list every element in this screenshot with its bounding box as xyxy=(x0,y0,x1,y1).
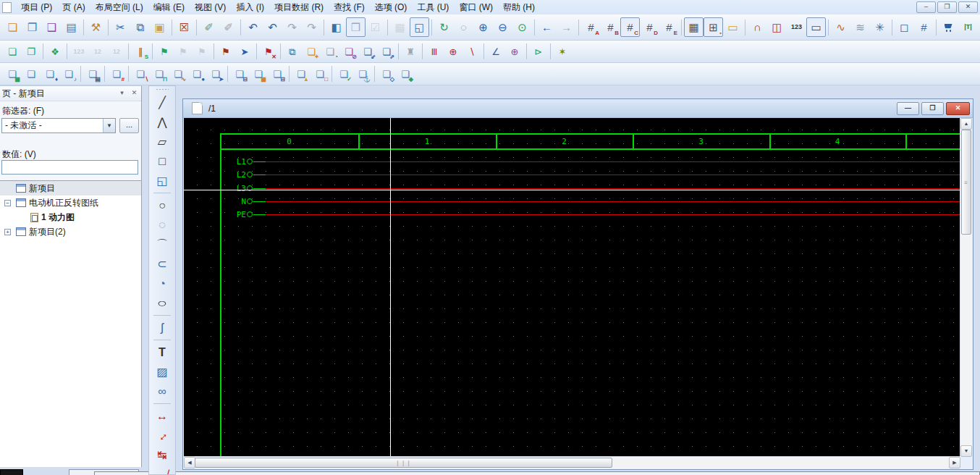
tree-item-2[interactable]: 1 动力图 xyxy=(0,210,141,224)
navigator-message-button[interactable]: ❏▲ xyxy=(292,65,311,83)
scroll-left-button[interactable]: ◀ xyxy=(184,457,195,468)
draw-arc-center-button[interactable]: ⌒ xyxy=(152,235,172,254)
draw-circle-button[interactable]: ○ xyxy=(152,196,172,215)
draw-circle-3point-button[interactable]: ◌ xyxy=(152,215,172,235)
insert-image-button[interactable]: ▨ xyxy=(152,362,172,382)
signal-tracing-button[interactable]: ∿ xyxy=(831,17,850,37)
goto-message-button[interactable]: ➤ xyxy=(235,43,254,61)
filter-dropdown[interactable]: - 未激活 - ▼ xyxy=(1,118,116,133)
navigator-device-button[interactable]: ❏▦ xyxy=(3,65,22,83)
grid-dialog-button[interactable]: ▦ xyxy=(390,17,410,37)
zoom-window-button[interactable]: ◌ xyxy=(454,17,473,37)
parts-selection-button[interactable] xyxy=(939,17,958,37)
magnet-button[interactable]: ∩ xyxy=(748,17,767,37)
redraw-button[interactable]: ↻ xyxy=(434,17,454,37)
navigator-cable-button[interactable]: ❏∿ xyxy=(169,65,187,83)
draw-ellipse-button[interactable]: ○ xyxy=(152,293,172,313)
panel-menu-button[interactable]: ▾ xyxy=(117,88,127,98)
open-page-button[interactable]: ❐ xyxy=(22,17,42,37)
export-page-button[interactable]: ❏⇗ xyxy=(377,43,396,61)
draw-arc-3point-button[interactable]: ⊂ xyxy=(152,254,172,274)
scroll-down-button[interactable]: ▼ xyxy=(960,445,972,457)
check-project-button[interactable]: ⚑ xyxy=(155,43,174,61)
menu-item-10[interactable]: 窗口 (W) xyxy=(454,1,498,13)
menu-item-2[interactable]: 布局空间 (L) xyxy=(90,1,148,13)
insert-t-node-button[interactable]: ||| xyxy=(425,43,444,61)
tree-item-3[interactable]: +新项目(2) xyxy=(0,224,141,239)
menu-item-0[interactable]: 项目 (P) xyxy=(16,1,57,13)
dim-aligned-button[interactable]: ↔ xyxy=(152,426,172,445)
scroll-right-button[interactable]: ▶ xyxy=(949,457,960,468)
navigator-fluid-button[interactable]: ❏● xyxy=(187,65,206,83)
workspace-button[interactable]: ◱ xyxy=(410,17,429,37)
check-settings-button[interactable]: ⚑ xyxy=(174,43,193,61)
draw-rectangle-2point-button[interactable]: ◱ xyxy=(152,171,172,190)
vertical-scroll-thumb[interactable]: ≡ xyxy=(961,130,971,235)
draw-polyline-button[interactable]: ⋀ xyxy=(152,112,172,132)
horizontal-scroll-thumb[interactable]: ❘❘❘ xyxy=(195,458,612,468)
insert-junction-button[interactable]: ⊕ xyxy=(505,43,524,61)
page-check-button[interactable]: ☑ xyxy=(366,17,385,37)
tree-expander-icon[interactable]: − xyxy=(4,200,11,206)
panel-close-button[interactable]: ✕ xyxy=(129,88,140,98)
insert-box-button[interactable]: ◻ xyxy=(895,17,914,37)
tree-item-1[interactable]: −电动机正反转图纸 xyxy=(0,196,141,210)
snap-grid-a-button[interactable]: #A xyxy=(581,17,601,37)
navigator-enclosure-button[interactable]: ❏▦ xyxy=(249,65,268,83)
draw-polygon-button[interactable]: ▱ xyxy=(152,132,172,151)
snap-grid-e-button[interactable]: #E xyxy=(659,17,679,37)
navigator-3d-layout-button[interactable]: ❏◆ xyxy=(396,65,415,83)
navigator-check-button[interactable]: ❏✓ xyxy=(334,65,353,83)
doc-close-button[interactable]: ✕ xyxy=(946,102,970,115)
draw-line-button[interactable]: ╱ xyxy=(152,93,172,112)
delete-selection-button[interactable]: ☒ xyxy=(174,17,194,37)
navigator-arrow-button[interactable]: ❏➤ xyxy=(206,65,225,83)
device-numbering-button[interactable]: ∥S xyxy=(131,43,150,61)
numbering-cables-button[interactable]: 12 xyxy=(107,43,126,61)
navigator-parts-button[interactable]: ❏⊟ xyxy=(230,65,249,83)
navigator-plug-button[interactable]: ❏♪ xyxy=(59,65,78,83)
forward-button[interactable]: → xyxy=(557,17,576,37)
horizontal-scrollbar[interactable]: ◀ ❘❘❘ ▶ xyxy=(184,456,960,468)
navigator-macro-button[interactable]: ❏⚓ xyxy=(353,65,372,83)
menu-item-8[interactable]: 选项 (O) xyxy=(370,1,413,13)
redo-list-button[interactable]: ↷ xyxy=(302,17,321,37)
navigator-pages-button[interactable]: ❏ xyxy=(22,65,41,83)
cut-button[interactable]: ✂ xyxy=(111,17,130,37)
paste-button[interactable]: ▣ xyxy=(150,17,169,37)
print-button[interactable]: ▤ xyxy=(62,17,81,37)
insert-break-point-button[interactable]: ∖ xyxy=(462,43,481,61)
close-project-button[interactable]: ❑ xyxy=(42,17,62,37)
snap-grid-c-button[interactable]: #C xyxy=(620,17,640,37)
format-copy-button[interactable]: ✐ xyxy=(199,17,219,37)
draw-sector-button[interactable]: ◔ xyxy=(152,274,172,293)
signal-flow-button[interactable]: ≋ xyxy=(850,17,870,37)
insert-text-button[interactable]: T xyxy=(152,342,172,362)
window-close-button[interactable]: ✕ xyxy=(958,1,978,13)
doc-minimize-button[interactable]: — xyxy=(897,102,919,115)
page-lock-button[interactable]: ❏⊘ xyxy=(339,43,358,61)
clear-messages-button[interactable]: ⚑✕ xyxy=(259,43,278,61)
insert-corner-button[interactable]: ∠ xyxy=(486,43,505,61)
menu-item-3[interactable]: 编辑 (E) xyxy=(148,1,190,13)
connection-symbols-button[interactable]: ✳ xyxy=(870,17,890,37)
tree-expander-icon[interactable]: + xyxy=(4,229,11,235)
dim-continued-button[interactable]: ↹ xyxy=(152,445,172,465)
insert-star-node-button[interactable]: ✶ xyxy=(553,43,572,61)
zoom-out-button[interactable]: ⊖ xyxy=(493,17,512,37)
new-page-2-button[interactable]: ❏✦ xyxy=(302,43,321,61)
snap-grid-b-button[interactable]: #B xyxy=(601,17,620,37)
check-run-button[interactable]: ⚑ xyxy=(193,43,211,61)
undo-list-button[interactable]: ↶ xyxy=(263,17,282,37)
settings-button[interactable]: ⚒ xyxy=(86,17,106,37)
page-list-button[interactable]: ❐ xyxy=(22,43,41,61)
redo-button[interactable]: ↷ xyxy=(282,17,302,37)
object-frame-button[interactable]: ▭ xyxy=(723,17,743,37)
window-preview-button[interactable]: ❒ xyxy=(346,17,366,37)
tile-windows-button[interactable]: ◧ xyxy=(326,17,346,37)
insert-connection-point-button[interactable]: ⊕ xyxy=(444,43,462,61)
insert-node-button[interactable]: ⊳ xyxy=(529,43,548,61)
document-titlebar[interactable]: /1 —❐✕ xyxy=(183,99,973,118)
zoom-in-button[interactable]: ⊕ xyxy=(473,17,493,37)
numbering-button[interactable]: 123 xyxy=(787,17,806,37)
